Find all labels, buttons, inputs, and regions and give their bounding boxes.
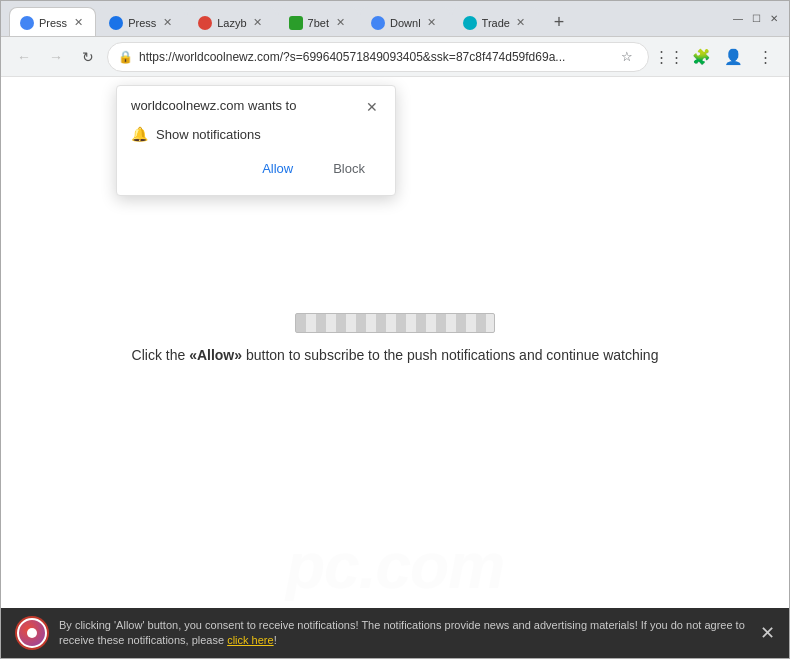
- url-text: https://worldcoolnewz.com/?s=69964057184…: [139, 50, 610, 64]
- tab-1-close[interactable]: ✕: [71, 16, 85, 30]
- url-bar[interactable]: 🔒 https://worldcoolnewz.com/?s=699640571…: [107, 42, 649, 72]
- tab-2-close[interactable]: ✕: [160, 16, 174, 30]
- instruction-suffix: button to subscribe to the push notifica…: [242, 347, 658, 363]
- tabs-area: Press ✕ Press ✕ Lazyb ✕ 7bet ✕: [9, 1, 723, 36]
- back-button[interactable]: ←: [11, 44, 37, 70]
- bottom-bar-text: By clicking 'Allow' button, you consent …: [59, 618, 750, 649]
- permission-row: 🔔 Show notifications: [131, 126, 381, 142]
- google-apps-icon[interactable]: ⋮⋮: [655, 43, 683, 71]
- address-right-buttons: ⋮⋮ 🧩 👤 ⋮: [655, 43, 779, 71]
- page-content: worldcoolnewz.com wants to ✕ 🔔 Show noti…: [1, 77, 789, 658]
- progress-bar-wrap: [295, 313, 495, 333]
- tab-2-favicon: [109, 16, 123, 30]
- tab-5-favicon: [371, 16, 385, 30]
- bottom-text-suffix: !: [274, 634, 277, 646]
- bottom-site-icon: [15, 616, 49, 650]
- tab-6-title: Trade: [482, 17, 510, 29]
- tab-5-close[interactable]: ✕: [425, 16, 439, 30]
- instruction-prefix: Click the: [132, 347, 190, 363]
- popup-header: worldcoolnewz.com wants to ✕: [131, 98, 381, 116]
- tab-4-close[interactable]: ✕: [333, 16, 347, 30]
- popup-buttons: Allow Block: [131, 156, 381, 181]
- bell-icon: 🔔: [131, 126, 148, 142]
- tab-6-close[interactable]: ✕: [514, 16, 528, 30]
- tab-1-favicon: [20, 16, 34, 30]
- tab-5-title: Downl: [390, 17, 421, 29]
- popup-close-button[interactable]: ✕: [363, 98, 381, 116]
- profile-icon[interactable]: 👤: [719, 43, 747, 71]
- block-button[interactable]: Block: [317, 156, 381, 181]
- lock-icon: 🔒: [118, 50, 133, 64]
- tab-4-title: 7bet: [308, 17, 329, 29]
- tab-6[interactable]: Trade ✕: [452, 7, 539, 36]
- url-actions: ☆: [616, 46, 638, 68]
- bottom-bar-link[interactable]: click here: [227, 634, 273, 646]
- page-instruction: Click the «Allow» button to subscribe to…: [132, 347, 659, 363]
- tab-3-favicon: [198, 16, 212, 30]
- tab-3[interactable]: Lazyb ✕: [187, 7, 275, 36]
- bottom-text-prefix: By clicking 'Allow' button, you consent …: [59, 619, 745, 646]
- address-bar: ← → ↻ 🔒 https://worldcoolnewz.com/?s=699…: [1, 37, 789, 77]
- bottom-notification-bar: By clicking 'Allow' button, you consent …: [1, 608, 789, 658]
- tab-3-close[interactable]: ✕: [251, 16, 265, 30]
- popup-title: worldcoolnewz.com wants to: [131, 98, 296, 113]
- notification-permission-popup: worldcoolnewz.com wants to ✕ 🔔 Show noti…: [116, 85, 396, 196]
- maximize-button[interactable]: ☐: [749, 12, 763, 26]
- permission-text: Show notifications: [156, 127, 261, 142]
- instruction-bold: «Allow»: [189, 347, 242, 363]
- tab-1-title: Press: [39, 17, 67, 29]
- tab-5[interactable]: Downl ✕: [360, 7, 450, 36]
- tab-2[interactable]: Press ✕: [98, 7, 185, 36]
- tab-3-title: Lazyb: [217, 17, 246, 29]
- tab-1[interactable]: Press ✕: [9, 7, 96, 36]
- watermark-text: pc.com: [286, 530, 504, 602]
- browser-window: Press ✕ Press ✕ Lazyb ✕ 7bet ✕: [0, 0, 790, 659]
- minimize-button[interactable]: —: [731, 12, 745, 26]
- bottom-bar-close-button[interactable]: ✕: [760, 622, 775, 644]
- tab-6-favicon: [463, 16, 477, 30]
- bookmark-star-icon[interactable]: ☆: [616, 46, 638, 68]
- menu-button[interactable]: ⋮: [751, 43, 779, 71]
- title-bar: Press ✕ Press ✕ Lazyb ✕ 7bet ✕: [1, 1, 789, 37]
- reload-button[interactable]: ↻: [75, 44, 101, 70]
- tab-4-favicon: [289, 16, 303, 30]
- watermark: pc.com: [286, 529, 504, 603]
- new-tab-button[interactable]: +: [545, 8, 573, 36]
- forward-button[interactable]: →: [43, 44, 69, 70]
- loading-progress-bar: [295, 313, 495, 333]
- extensions-icon[interactable]: 🧩: [687, 43, 715, 71]
- window-controls: — ☐ ✕: [731, 12, 781, 26]
- allow-button[interactable]: Allow: [246, 156, 309, 181]
- tab-2-title: Press: [128, 17, 156, 29]
- tab-4[interactable]: 7bet ✕: [278, 7, 358, 36]
- close-window-button[interactable]: ✕: [767, 12, 781, 26]
